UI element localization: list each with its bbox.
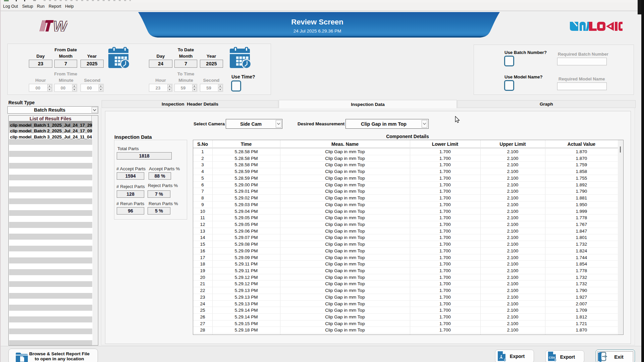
svg-text:W: W <box>53 20 67 32</box>
svg-text:CSV: CSV <box>549 356 555 359</box>
